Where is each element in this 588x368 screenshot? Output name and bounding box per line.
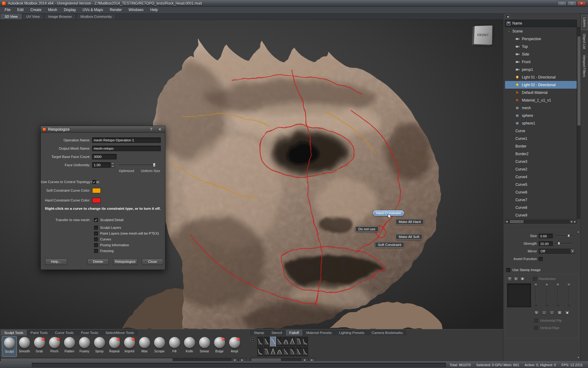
falloff-preset-1[interactable] — [257, 337, 263, 346]
transfer-freezing-checkbox[interactable] — [94, 249, 98, 253]
object-list-vscroll-thumb[interactable] — [578, 36, 580, 125]
delete-button[interactable]: Delete — [87, 259, 109, 265]
object-list-hscrollbar[interactable]: ◀ ◀ ▶ — [505, 220, 577, 224]
falloff-preset-16[interactable] — [302, 347, 308, 356]
use-curves-checkbox[interactable]: ✓ — [92, 180, 96, 184]
view-tab-3d-view[interactable]: 3D View — [1, 14, 22, 19]
stamp-preview[interactable] — [507, 283, 531, 307]
stamp-slider-knob-3[interactable] — [556, 283, 559, 286]
side-tab-layers[interactable]: Layers — [581, 15, 588, 30]
falloff-preset-5[interactable] — [283, 337, 289, 346]
tree-expander-icon[interactable]: - — [508, 29, 511, 33]
stamp-slider-1[interactable] — [535, 283, 536, 302]
menu-item-uvs-maps[interactable]: UVs & Maps — [79, 7, 107, 13]
tool-tab-select-move-tools[interactable]: Select/Move Tools — [102, 330, 137, 335]
object-item-curve9[interactable]: Curve9 — [505, 211, 577, 219]
mirror-select[interactable]: Off ▼ — [539, 249, 575, 254]
tool-scrape[interactable]: Scrape — [152, 336, 167, 357]
transfer-sculpt-layers-checkbox[interactable] — [94, 226, 98, 230]
tray-tab-material-presets[interactable]: Material Presets — [303, 330, 335, 335]
tool-tab-pose-tools[interactable]: Pose Tools — [77, 330, 101, 335]
tool-wax[interactable]: Wax — [137, 336, 152, 357]
falloff-expand-button[interactable]: » — [251, 337, 255, 342]
falloff-preset-2[interactable] — [264, 337, 270, 346]
size-input[interactable]: 0.69 — [539, 234, 553, 238]
object-item-border[interactable]: Border — [505, 142, 577, 150]
menu-item-file[interactable]: File — [1, 7, 14, 13]
view-tab-mudbox-community[interactable]: Mudbox Community — [77, 14, 116, 19]
transfer-sculpted-detail-checkbox[interactable]: ✓ — [94, 218, 98, 222]
tool-foamy[interactable]: Foamy — [77, 336, 92, 357]
falloff-preset-14[interactable] — [289, 347, 295, 356]
operation-name-input[interactable]: mesh Retopo Operation 1 — [92, 137, 161, 143]
stamp-slider-4[interactable] — [568, 283, 569, 302]
object-item-front[interactable]: Front — [505, 58, 577, 66]
dialog-title-bar[interactable]: Retopologize ? ✕ — [41, 126, 165, 133]
tray-tab-falloff[interactable]: Falloff — [286, 330, 302, 335]
menu-item-render[interactable]: Render — [106, 7, 125, 13]
object-item-persp1[interactable]: persp1 — [505, 66, 577, 73]
use-stamp-checkbox[interactable] — [506, 268, 510, 272]
soft-constraint-color-swatch[interactable] — [92, 188, 101, 193]
dialog-help-icon[interactable]: ? — [148, 127, 155, 132]
stamp-slider-3[interactable] — [557, 283, 558, 302]
properties-scroll-down-icon[interactable]: ▼ — [577, 356, 580, 359]
stamp-solid-icon[interactable]: ■ — [565, 310, 570, 315]
falloff-preset-3[interactable] — [270, 337, 276, 346]
retopologize-button[interactable]: Retopologize — [113, 259, 138, 265]
hscroll-right-icon[interactable]: ▶ — [573, 220, 577, 223]
face-uniformity-spinner[interactable]: ▲▼ — [111, 162, 115, 168]
object-item-sphere[interactable]: sphere — [505, 112, 577, 119]
tray-tab-lighting-presets[interactable]: Lighting Presets — [336, 330, 368, 335]
transfer-posing-information-checkbox[interactable] — [94, 243, 98, 247]
horizontal-flip-checkbox[interactable] — [534, 319, 538, 323]
tool-knife[interactable]: Knife — [182, 336, 197, 357]
randomize-checkbox[interactable] — [533, 277, 537, 281]
context-item-do-not-use[interactable]: Do not use — [355, 226, 379, 232]
tool-tab-paint-tools[interactable]: Paint Tools — [27, 330, 51, 335]
stamp-height-icon[interactable]: ↕ — [549, 310, 554, 315]
tool-smooth[interactable]: Smooth — [17, 336, 32, 357]
object-item-curve[interactable]: Curve — [505, 127, 577, 135]
object-item-side[interactable]: Side — [505, 50, 577, 58]
object-list-header[interactable]: Name — [505, 20, 577, 27]
vertical-flip-checkbox[interactable] — [534, 326, 538, 330]
tray-tab-stencil[interactable]: Stencil — [268, 330, 285, 335]
context-item-make-all-soft[interactable]: Make All Soft — [396, 234, 422, 240]
tool-grab[interactable]: Grab — [32, 336, 47, 357]
hard-constraint-color-swatch[interactable] — [92, 198, 101, 203]
close-button[interactable]: ✕ — [577, 1, 586, 6]
falloff-preset-6[interactable] — [289, 337, 295, 346]
tool-spray[interactable]: Spray — [92, 336, 107, 357]
tool-tab-curve-tools[interactable]: Curve Tools — [52, 330, 77, 335]
invert-function-checkbox[interactable] — [539, 257, 543, 261]
menu-item-help[interactable]: Help — [147, 7, 161, 13]
falloff-preset-4[interactable] — [277, 337, 282, 346]
face-uniformity-input[interactable]: 1.00 — [92, 162, 111, 168]
strength-input[interactable]: 15.00 — [539, 241, 553, 246]
tool-bulge[interactable]: Bulge — [212, 336, 227, 357]
minimize-button[interactable]: ─ — [557, 1, 567, 6]
object-item-material-1-u1-v1[interactable]: Material_1_u1_v1 — [505, 96, 577, 104]
falloff-preset-9[interactable] — [257, 347, 263, 356]
menu-item-windows[interactable]: Windows — [125, 7, 147, 13]
size-slider-knob[interactable] — [567, 234, 570, 237]
stamp-help-button[interactable]: ? — [507, 277, 512, 281]
object-item-curve5[interactable]: Curve5 — [505, 181, 577, 188]
view-tab-image-browser[interactable]: Image Browser — [44, 14, 76, 19]
context-item-make-all-hard[interactable]: Make All Hard — [396, 219, 424, 224]
close-dialog-button[interactable]: Close — [142, 259, 163, 265]
target-face-count-input[interactable]: 3000 — [92, 154, 117, 159]
object-item-curve1[interactable]: Curve1 — [505, 135, 577, 142]
object-item-curve7[interactable]: Curve7 — [505, 196, 577, 204]
stamp-slider-knob-4[interactable] — [567, 283, 570, 286]
object-item-mesh[interactable]: mesh — [505, 104, 577, 112]
menu-item-mesh[interactable]: Mesh — [45, 7, 60, 13]
object-item-curve4[interactable]: Curve4 — [505, 173, 577, 181]
stamp-width-icon[interactable]: ↔ — [542, 310, 547, 315]
maximize-button[interactable]: □ — [567, 1, 576, 6]
stamp-refresh-icon[interactable]: ↻ — [534, 310, 539, 315]
view-tab-uv-view[interactable]: UV View — [22, 14, 44, 19]
object-item-top[interactable]: Top — [505, 43, 577, 50]
side-tab-object-list[interactable]: Object List — [581, 31, 587, 52]
